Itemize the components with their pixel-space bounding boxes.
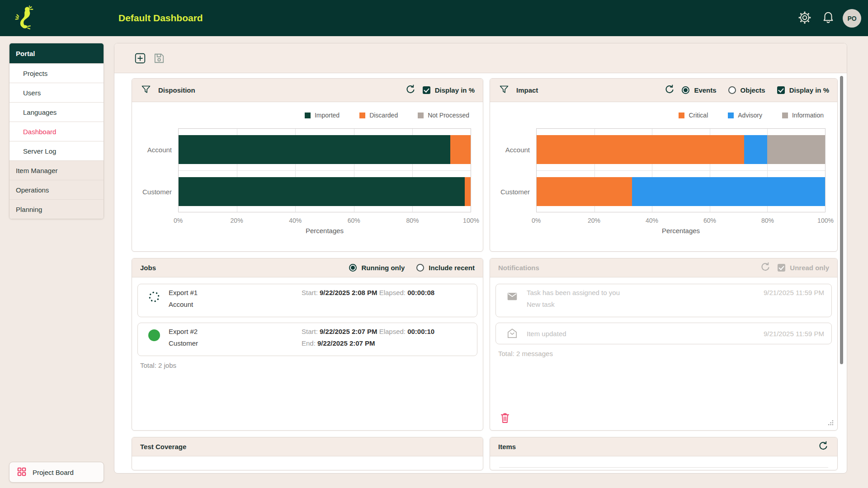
jobs-panel: Jobs Running only Include recent — [132, 258, 483, 431]
filter-button[interactable] — [498, 84, 510, 96]
refresh-icon — [405, 84, 416, 96]
unread-only-checkbox[interactable] — [778, 264, 785, 272]
events-radio[interactable] — [682, 86, 689, 94]
panel-title: Notifications — [498, 264, 539, 272]
sidebar-item-operations[interactable]: Operations — [9, 180, 104, 199]
notification-row-task-assigned[interactable]: Task has been assigned to you New task 9… — [495, 284, 832, 317]
y-axis-category-label: Account — [147, 145, 172, 153]
job-row-export-1[interactable]: Export #1 Account Start: 9/22/2025 2:08 … — [137, 284, 477, 317]
panel-title: Disposition — [158, 86, 195, 94]
bar-segment-discarded[interactable] — [465, 177, 471, 206]
legend-swatch — [728, 113, 734, 118]
display-in-percent-label: Display in % — [789, 86, 829, 94]
vertical-scrollbar-thumb[interactable] — [840, 76, 843, 364]
legend-item-discarded[interactable]: Discarded — [359, 112, 398, 119]
sidebar-item-projects[interactable]: Projects — [9, 63, 104, 83]
bar-segment-advisory[interactable] — [744, 135, 767, 164]
display-in-percent-checkbox[interactable] — [423, 86, 430, 94]
jobs-list: Export #1 Account Start: 9/22/2025 2:08 … — [132, 277, 483, 431]
sidebar-item-server-log[interactable]: Server Log — [9, 141, 104, 160]
project-board-button[interactable]: Project Board — [9, 462, 104, 483]
sidebar-item-portal[interactable]: Portal — [9, 43, 104, 63]
job-elapsed-label: Elapsed: — [379, 289, 406, 296]
refresh-button[interactable] — [405, 84, 416, 96]
project-board-label: Project Board — [33, 469, 74, 476]
x-tick-label: 0% — [532, 217, 541, 224]
events-radio-label: Events — [694, 86, 716, 94]
legend-item-imported[interactable]: Imported — [305, 112, 340, 119]
objects-radio[interactable] — [728, 86, 736, 94]
save-dashboard-button[interactable] — [153, 52, 165, 64]
application-window: Default Dashboard PO — [0, 0, 868, 488]
bar-segment-imported[interactable] — [179, 177, 465, 206]
job-end-value: 9/22/2025 2:07 PM — [317, 339, 375, 347]
legend-item-advisory[interactable]: Advisory — [728, 112, 762, 119]
x-tick-label: 80% — [761, 217, 774, 224]
bar-segment-advisory[interactable] — [632, 177, 825, 206]
user-avatar[interactable]: PO — [843, 9, 861, 28]
legend-label: Advisory — [738, 112, 762, 119]
x-tick-label: 0% — [174, 217, 183, 224]
panel-title: Test Coverage — [140, 443, 186, 450]
panel-resize-handle[interactable] — [828, 419, 834, 427]
refresh-icon — [664, 84, 675, 96]
job-elapsed-value: 00:00:10 — [407, 328, 434, 335]
sidebar-item-users[interactable]: Users — [9, 83, 104, 102]
notifications-bell-button[interactable] — [821, 11, 835, 25]
x-tick-label: 80% — [406, 217, 419, 224]
bar-segment-discarded[interactable] — [450, 135, 471, 164]
notification-title: Item updated — [527, 330, 723, 338]
page-title: Default Dashboard — [118, 0, 203, 36]
chart-xticks: 0%20%40%60%80%100% — [178, 214, 471, 227]
add-widget-button[interactable] — [134, 52, 146, 64]
panel-title: Impact — [516, 86, 538, 94]
job-row-export-2[interactable]: Export #2 Customer Start: 9/22/2025 2:07… — [137, 323, 477, 356]
include-recent-radio[interactable] — [416, 264, 424, 272]
refresh-button[interactable] — [817, 441, 829, 453]
impact-chart: CriticalAdvisoryInformation AccountCusto… — [490, 108, 837, 252]
legend-label: Information — [792, 112, 824, 119]
settings-button[interactable] — [797, 11, 812, 25]
include-recent-label: Include recent — [429, 264, 475, 272]
chart-legend: CriticalAdvisoryInformation — [490, 108, 824, 122]
legend-item-not-processed[interactable]: Not Processed — [418, 112, 469, 119]
x-tick-label: 100% — [817, 217, 834, 224]
notification-row-item-updated[interactable]: Item updated 9/21/2025 11:59 PM — [495, 323, 832, 344]
notifications-panel-header: Notifications Unread only — [490, 258, 837, 277]
sidebar-item-item-manager[interactable]: Item Manager — [9, 160, 104, 180]
sidebar-item-planning[interactable]: Planning — [9, 199, 104, 219]
running-only-radio[interactable] — [349, 264, 357, 272]
x-tick-label: 40% — [289, 217, 302, 224]
legend-swatch — [782, 113, 788, 118]
bar-segment-imported[interactable] — [179, 135, 450, 164]
y-axis-category-label: Account — [505, 145, 530, 153]
job-start-value: 9/22/2025 2:07 PM — [320, 328, 377, 335]
refresh-button[interactable] — [664, 84, 675, 96]
bar-segment-critical[interactable] — [537, 135, 744, 164]
job-entity: Account — [169, 300, 300, 308]
sidebar-item-languages[interactable]: Languages — [9, 102, 104, 122]
impact-panel-header: Impact Events Objects — [490, 79, 837, 102]
legend-item-critical[interactable]: Critical — [679, 112, 708, 119]
chart-category-row-account — [179, 129, 471, 170]
job-end-label: End: — [302, 339, 316, 347]
dashboard-main-card: Disposition Display in % ImportedDiscard… — [114, 43, 847, 474]
legend-label: Discarded — [369, 112, 398, 119]
notifications-total: Total: 2 messages — [498, 350, 829, 357]
job-start-label: Start: — [302, 328, 318, 335]
job-elapsed-label: Elapsed: — [379, 328, 406, 335]
refresh-button[interactable] — [760, 262, 771, 274]
legend-item-information[interactable]: Information — [782, 112, 824, 119]
delete-notifications-button[interactable] — [499, 412, 511, 425]
display-in-percent-checkbox[interactable] — [777, 86, 785, 94]
bar-segment-critical[interactable] — [537, 177, 632, 206]
notifications-list: Task has been assigned to you New task 9… — [490, 277, 837, 431]
refresh-icon — [760, 262, 771, 274]
chart-y-labels: AccountCustomer — [132, 128, 178, 212]
sidebar-item-dashboard[interactable]: Dashboard — [9, 122, 104, 141]
job-entity: Customer — [169, 339, 300, 347]
disposition-panel: Disposition Display in % ImportedDiscard… — [132, 78, 483, 252]
legend-swatch — [679, 113, 684, 118]
filter-button[interactable] — [140, 84, 152, 96]
bar-segment-information[interactable] — [767, 135, 825, 164]
